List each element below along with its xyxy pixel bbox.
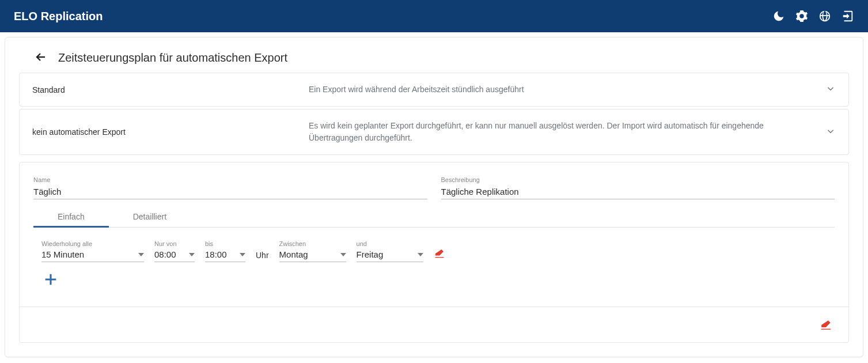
add-row-button[interactable]	[43, 280, 59, 289]
tab-simple[interactable]: Einfach	[33, 207, 109, 228]
accordion-name: Standard	[32, 85, 303, 94]
delete-schedule-button[interactable]	[820, 319, 832, 334]
schedule-editor-panel: Name Beschreibung Einfach Detailliert Wi…	[19, 162, 849, 343]
gear-icon[interactable]	[795, 10, 808, 22]
description-label: Beschreibung	[441, 176, 835, 183]
repeat-label: Wiederholung alle	[41, 240, 144, 247]
dropdown-triangle-icon	[240, 253, 245, 256]
name-input[interactable]	[33, 184, 427, 199]
tab-detailed[interactable]: Detailliert	[109, 207, 191, 228]
back-arrow-icon[interactable]	[34, 50, 48, 66]
to-label: bis	[205, 240, 245, 247]
chevron-down-icon[interactable]	[825, 84, 836, 96]
clock-unit: Uhr	[256, 251, 269, 262]
time-to-select[interactable]: 18:00	[205, 248, 245, 262]
and-label: und	[357, 240, 423, 247]
schedule-accordion[interactable]: Standard Ein Export wird während der Arb…	[19, 73, 849, 107]
globe-icon[interactable]	[818, 10, 831, 22]
moon-icon[interactable]	[772, 10, 785, 22]
description-input[interactable]	[441, 184, 835, 199]
page-title: Zeitsteuerungsplan für automatischen Exp…	[58, 51, 287, 65]
time-from-select[interactable]: 08:00	[154, 248, 195, 262]
app-title: ELO Replication	[14, 10, 103, 23]
dropdown-triangle-icon	[138, 253, 144, 256]
dropdown-triangle-icon	[340, 253, 346, 256]
repeat-select[interactable]: 15 Minuten	[41, 248, 144, 262]
accordion-desc: Es wird kein geplanter Export durchgefüh…	[309, 120, 813, 144]
day-to-select[interactable]: Freitag	[357, 248, 423, 262]
day-from-select[interactable]: Montag	[279, 248, 346, 262]
between-label: Zwischen	[279, 240, 346, 247]
delete-row-button[interactable]	[434, 248, 445, 262]
logout-icon[interactable]	[842, 10, 854, 22]
accordion-desc: Ein Export wird während der Arbeitszeit …	[309, 84, 813, 96]
dropdown-triangle-icon	[189, 253, 195, 256]
chevron-down-icon[interactable]	[825, 126, 836, 138]
dropdown-triangle-icon	[418, 253, 423, 256]
from-label: Nur von	[154, 240, 195, 247]
name-label: Name	[33, 176, 427, 183]
schedule-accordion[interactable]: kein automatischer Export Es wird kein g…	[19, 109, 849, 155]
accordion-name: kein automatischer Export	[32, 127, 303, 137]
